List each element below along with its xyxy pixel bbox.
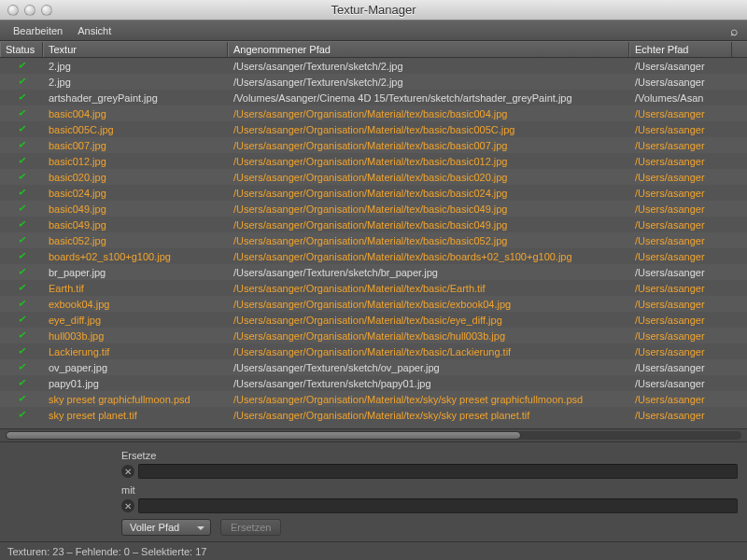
status-cell: ✓ <box>0 105 43 121</box>
assumed-path-cell: /Users/asanger/Organisation/Material/tex… <box>228 392 629 407</box>
clear-mit-button[interactable]: ✕ <box>121 499 134 512</box>
ersetze-input[interactable] <box>138 464 738 479</box>
assumed-path-cell: /Users/asanger/Organisation/Material/tex… <box>228 329 629 343</box>
textur-cell: 2.jpg <box>43 59 228 74</box>
textur-cell: basic007.jpg <box>43 138 228 153</box>
status-cell: ✓ <box>0 137 43 153</box>
textur-cell: Earth.tif <box>43 281 228 296</box>
table-row[interactable]: ✓sky preset planet.tif/Users/asanger/Org… <box>0 407 747 423</box>
check-icon: ✓ <box>17 360 27 373</box>
status-cell: ✓ <box>0 248 43 264</box>
window-titlebar: Textur-Manager <box>0 0 747 21</box>
check-icon: ✓ <box>17 186 27 199</box>
status-cell: ✓ <box>0 153 43 169</box>
assumed-path-cell: /Users/asanger/Texturen/sketch/2.jpg <box>228 75 629 90</box>
assumed-path-cell: /Users/asanger/Texturen/sketch/2.jpg <box>228 59 629 74</box>
table-row[interactable]: ✓hull003b.jpg/Users/asanger/Organisation… <box>0 328 747 343</box>
table-row[interactable]: ✓ov_paper.jpg/Users/asanger/Texturen/ske… <box>0 359 747 375</box>
table-row[interactable]: ✓artshader_greyPaint.jpg/Volumes/Asanger… <box>0 90 747 105</box>
table-row[interactable]: ✓basic024.jpg/Users/asanger/Organisation… <box>0 185 747 201</box>
ersetzen-button[interactable]: Ersetzen <box>220 519 281 536</box>
table-row[interactable]: ✓basic020.jpg/Users/asanger/Organisation… <box>0 169 747 185</box>
status-cell: ✓ <box>0 328 43 343</box>
status-cell: ✓ <box>0 185 43 201</box>
table-row[interactable]: ✓exbook04.jpg/Users/asanger/Organisation… <box>0 296 747 312</box>
menu-view[interactable]: Ansicht <box>70 25 119 36</box>
clear-ersetze-button[interactable]: ✕ <box>121 465 134 478</box>
table-row[interactable]: ✓eye_diff.jpg/Users/asanger/Organisation… <box>0 312 747 328</box>
table-row[interactable]: ✓sky preset graphicfullmoon.psd/Users/as… <box>0 391 747 407</box>
menu-edit[interactable]: Bearbeiten <box>6 25 70 36</box>
check-icon: ✓ <box>17 329 27 342</box>
real-path-cell: /Users/asanger <box>629 170 732 185</box>
table-row[interactable]: ✓basic007.jpg/Users/asanger/Organisation… <box>0 137 747 153</box>
status-cell: ✓ <box>0 375 43 391</box>
check-icon: ✓ <box>17 59 27 72</box>
real-path-cell: /Users/asanger <box>629 360 732 375</box>
check-icon: ✓ <box>17 170 27 183</box>
textur-cell: sky preset graphicfullmoon.psd <box>43 392 228 407</box>
table-row[interactable]: ✓2.jpg/Users/asanger/Texturen/sketch/2.j… <box>0 74 747 90</box>
textur-cell: br_paper.jpg <box>43 265 228 280</box>
textur-cell: basic049.jpg <box>43 217 228 232</box>
assumed-path-cell: /Users/asanger/Organisation/Material/tex… <box>228 202 629 217</box>
check-icon: ✓ <box>17 122 27 135</box>
real-path-cell: /Users/asanger <box>629 408 732 423</box>
table-row[interactable]: ✓2.jpg/Users/asanger/Texturen/sketch/2.j… <box>0 58 747 74</box>
table-row[interactable]: ✓Earth.tif/Users/asanger/Organisation/Ma… <box>0 280 747 296</box>
table-row[interactable]: ✓basic012.jpg/Users/asanger/Organisation… <box>0 153 747 169</box>
assumed-path-cell: /Users/asanger/Organisation/Material/tex… <box>228 106 629 121</box>
check-icon: ✓ <box>17 217 27 231</box>
table-body[interactable]: ✓2.jpg/Users/asanger/Texturen/sketch/2.j… <box>0 58 747 428</box>
check-icon: ✓ <box>17 313 27 326</box>
col-header-status[interactable]: Status <box>0 42 43 57</box>
window-title: Textur-Manager <box>0 3 747 17</box>
textur-cell: ov_paper.jpg <box>43 360 228 375</box>
table-row[interactable]: ✓basic005C.jpg/Users/asanger/Organisatio… <box>0 121 747 137</box>
mit-input[interactable] <box>138 498 738 513</box>
status-cell: ✓ <box>0 121 43 137</box>
table-row[interactable]: ✓boards+02_s100+g100.jpg/Users/asanger/O… <box>0 248 747 264</box>
assumed-path-cell: /Users/asanger/Organisation/Material/tex… <box>228 217 629 232</box>
table-row[interactable]: ✓basic049.jpg/Users/asanger/Organisation… <box>0 201 747 217</box>
path-mode-dropdown[interactable]: Voller Pfad <box>121 519 211 536</box>
real-path-cell: /Volumes/Asan <box>629 91 732 105</box>
assumed-path-cell: /Users/asanger/Organisation/Material/tex… <box>228 297 629 312</box>
textur-cell: basic024.jpg <box>43 186 228 201</box>
table-row[interactable]: ✓Lackierung.tif/Users/asanger/Organisati… <box>0 343 747 359</box>
assumed-path-cell: /Users/asanger/Organisation/Material/tex… <box>228 186 629 201</box>
table-row[interactable]: ✓basic004.jpg/Users/asanger/Organisation… <box>0 105 747 121</box>
horizontal-scrollbar[interactable] <box>0 428 747 441</box>
col-header-assumed-path[interactable]: Angenommener Pfad <box>228 42 629 57</box>
check-icon: ✓ <box>17 265 27 278</box>
textur-cell: basic005C.jpg <box>43 122 228 137</box>
table-row[interactable]: ✓basic052.jpg/Users/asanger/Organisation… <box>0 232 747 248</box>
table-row[interactable]: ✓basic049.jpg/Users/asanger/Organisation… <box>0 217 747 232</box>
status-cell: ✓ <box>0 280 43 296</box>
status-cell: ✓ <box>0 90 43 105</box>
assumed-path-cell: /Users/asanger/Organisation/Material/tex… <box>228 170 629 185</box>
real-path-cell: /Users/asanger <box>629 138 732 153</box>
status-text: Texturen: 23 – Fehlende: 0 – Selektierte… <box>7 546 206 557</box>
table-row[interactable]: ✓br_paper.jpg/Users/asanger/Texturen/ske… <box>0 264 747 280</box>
search-icon[interactable]: ⌕ <box>730 23 741 38</box>
ersetze-label: Ersetze <box>121 450 738 461</box>
status-cell: ✓ <box>0 217 43 232</box>
scrollbar-thumb[interactable] <box>6 431 521 440</box>
check-icon: ✓ <box>17 249 27 262</box>
real-path-cell: /Users/asanger <box>629 313 732 328</box>
real-path-cell: /Users/asanger <box>629 75 732 90</box>
textur-cell: boards+02_s100+g100.jpg <box>43 249 228 264</box>
col-header-real-path[interactable]: Echter Pfad <box>629 42 732 57</box>
assumed-path-cell: /Users/asanger/Texturen/sketch/ov_paper.… <box>228 360 629 375</box>
col-header-textur[interactable]: Textur <box>43 42 228 57</box>
textur-cell: artshader_greyPaint.jpg <box>43 91 228 105</box>
assumed-path-cell: /Users/asanger/Texturen/sketch/papy01.jp… <box>228 376 629 391</box>
table-row[interactable]: ✓papy01.jpg/Users/asanger/Texturen/sketc… <box>0 375 747 391</box>
check-icon: ✓ <box>17 408 27 421</box>
check-icon: ✓ <box>17 154 27 167</box>
status-cell: ✓ <box>0 296 43 312</box>
check-icon: ✓ <box>17 392 27 405</box>
check-icon: ✓ <box>17 344 27 357</box>
check-icon: ✓ <box>17 281 27 294</box>
